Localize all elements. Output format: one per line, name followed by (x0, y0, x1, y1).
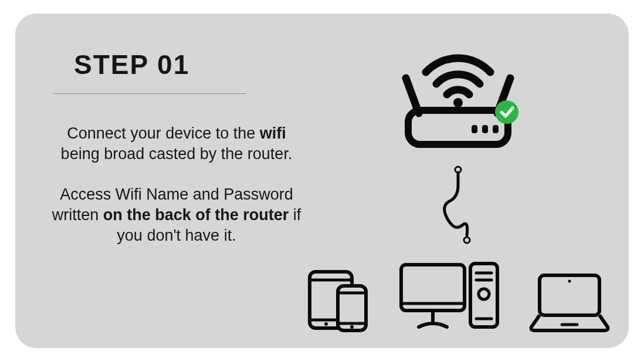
text-column: STEP 01 Connect your device to the wifi … (50, 43, 303, 330)
desktop-icon (396, 258, 502, 334)
svg-point-17 (350, 325, 354, 329)
p1-post: being broad casted by the router. (61, 145, 293, 163)
svg-rect-4 (472, 125, 477, 133)
svg-point-24 (479, 289, 489, 299)
paragraph-1: Connect your device to the wifi being br… (50, 123, 303, 164)
p1-bold: wifi (260, 124, 286, 142)
svg-rect-5 (482, 125, 488, 133)
router-icon (391, 37, 526, 154)
step-heading: STEP 01 (74, 49, 303, 80)
svg-point-13 (324, 322, 328, 326)
illustration-column (303, 43, 614, 330)
instruction-card: STEP 01 Connect your device to the wifi … (15, 14, 629, 348)
divider (53, 93, 246, 94)
p1-pre: Connect your device to the (67, 124, 260, 142)
devices-row (303, 258, 614, 334)
p2-bold: on the back of the router (103, 206, 289, 224)
svg-rect-6 (493, 125, 499, 133)
paragraph-2: Access Wifi Name and Password written on… (50, 184, 303, 246)
connection-line-icon (435, 165, 482, 247)
svg-point-7 (495, 100, 518, 124)
svg-point-0 (453, 98, 463, 107)
tablet-phone-icon (303, 264, 373, 334)
laptop-icon (526, 269, 614, 334)
svg-point-27 (568, 279, 571, 282)
svg-point-9 (464, 237, 470, 243)
